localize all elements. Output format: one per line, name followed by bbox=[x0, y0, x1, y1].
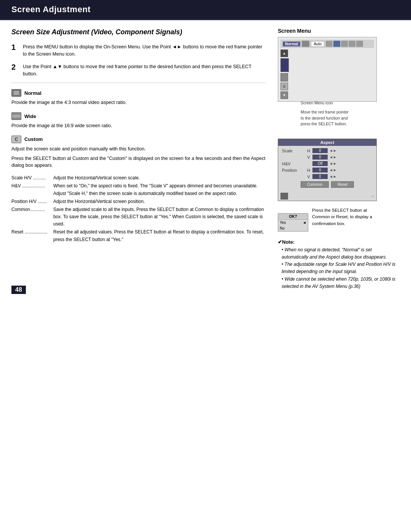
header-bar: Screen Adjustment bbox=[0, 0, 411, 19]
normal-description: Provide the image at the 4:3 normal vide… bbox=[11, 99, 266, 106]
detail-key-scale: Scale H/V .......... bbox=[11, 174, 53, 182]
sm-body: ▲ C ▼ bbox=[280, 50, 374, 99]
sm-screen-menu-icon-label: Screen Menu icon bbox=[301, 100, 400, 106]
sm-nav-wide bbox=[280, 73, 288, 81]
aspect-sub-pv: V bbox=[305, 174, 312, 179]
custom-icon-char: C bbox=[15, 137, 18, 142]
sm-auto-badge: Auto bbox=[311, 41, 324, 47]
aspect-val-hv: Off bbox=[312, 161, 328, 166]
section-title: Screen Size Adjustment (Video, Component… bbox=[11, 28, 266, 37]
detail-val-hv: When set to "On," the aspect ratio is fi… bbox=[53, 182, 266, 197]
ok-dialog: OK? Yes ◄ No bbox=[278, 213, 308, 232]
divider-1 bbox=[11, 83, 266, 83]
sm-content-area bbox=[291, 50, 374, 99]
custom-description-1: Adjust the screen scale and position man… bbox=[11, 145, 266, 153]
sm-nav-down: ▼ bbox=[280, 91, 288, 99]
screen-menu-mockup: Normal Auto ▲ bbox=[278, 37, 377, 102]
aspect-arrows-pos-h: ◄► bbox=[329, 168, 337, 172]
detail-key-reset: Reset .................. bbox=[11, 228, 53, 243]
detail-row-common: Common............ Save the adjusted sca… bbox=[11, 206, 266, 228]
svg-rect-3 bbox=[12, 115, 21, 118]
left-column: Screen Size Adjustment (Video, Component… bbox=[11, 28, 266, 290]
note-section: ✔Note: When no signal is detected, "Norm… bbox=[278, 238, 400, 290]
aspect-sub-v1: V bbox=[305, 155, 312, 160]
aspect-dialog-title: Aspect bbox=[278, 139, 376, 146]
sm-icon-2 bbox=[333, 41, 340, 47]
sm-icon-1 bbox=[326, 41, 333, 47]
detail-val-reset: Reset the all adjusted values. Press the… bbox=[53, 228, 266, 243]
ok-row-yes: Yes ◄ bbox=[278, 220, 308, 225]
sm-icon-placeholder bbox=[302, 41, 309, 47]
ok-no-label: No bbox=[280, 226, 306, 230]
aspect-row-pos-h: Position H 0 ◄► bbox=[282, 168, 373, 173]
aspect-val-scale-v: 0 bbox=[312, 155, 328, 160]
page-title: Screen Adjustment bbox=[11, 5, 91, 14]
sm-callout-text: Move the red frame pointerto the desired… bbox=[301, 109, 400, 127]
note-title: ✔Note: bbox=[278, 238, 400, 246]
sm-top-bar: Normal Auto bbox=[280, 40, 374, 48]
ok-dialog-wrapper: OK? Yes ◄ No Press the SELECT button at … bbox=[278, 207, 400, 232]
detail-val-scale: Adjust the Horizontal/Vertical screen sc… bbox=[53, 174, 266, 182]
step-1: 1 Press the MENU button to display the O… bbox=[11, 43, 266, 58]
ok-dialog-note: Press the SELECT button at Common or Res… bbox=[312, 207, 377, 227]
aspect-val-scale-h: 0 bbox=[312, 148, 328, 153]
page-number: 48 bbox=[11, 286, 26, 294]
aspect-bottom-icon bbox=[280, 193, 288, 200]
detail-row-position: Position H/V ....... Adjust the Horizont… bbox=[11, 198, 266, 205]
normal-item: Normal bbox=[11, 89, 266, 97]
aspect-sub-h1: H bbox=[305, 149, 312, 153]
aspect-arrows-hv: ◄► bbox=[329, 161, 337, 166]
aspect-val-pos-h: 0 bbox=[312, 168, 328, 173]
aspect-arrows-scale-h: ◄► bbox=[329, 149, 337, 153]
sm-icons-row bbox=[326, 41, 363, 47]
aspect-dialog: Aspect Scale H 0 ◄► V 0 ◄► bbox=[278, 139, 377, 201]
custom-description-2: Press the SELECT button at Custom and th… bbox=[11, 155, 266, 169]
note-item-1: When no signal is detected, "Normal" is … bbox=[282, 246, 400, 261]
custom-icon: C bbox=[11, 136, 21, 143]
note-item-2: The adjustable range for Scale H/V and P… bbox=[282, 261, 400, 275]
aspect-dialog-body: Scale H 0 ◄► V 0 ◄► H&V Off bbox=[278, 146, 376, 192]
wide-item: Wide bbox=[11, 112, 266, 120]
aspect-label-position: Position bbox=[282, 168, 305, 173]
detail-key-hv: H&V .................. bbox=[11, 182, 53, 197]
aspect-row-hv: H&V Off ◄► bbox=[282, 161, 373, 166]
right-column: Screen Menu Normal Auto bbox=[278, 28, 400, 290]
sm-annotation-area: Screen Menu icon Move the red frame poin… bbox=[301, 100, 400, 127]
detail-table: Scale H/V .......... Adjust the Horizont… bbox=[11, 174, 266, 243]
aspect-val-pos-v: 0 bbox=[312, 174, 328, 179]
aspect-row-scale-h: Scale H 0 ◄► bbox=[282, 148, 373, 153]
sm-nav-custom: C bbox=[280, 83, 288, 90]
sm-left-nav: ▲ C ▼ bbox=[280, 50, 289, 99]
sm-icon-3 bbox=[341, 41, 348, 47]
detail-key-common: Common............ bbox=[11, 206, 53, 228]
aspect-bottom-right: ⌐ bbox=[372, 194, 374, 198]
step-2-text: Use the Point ▲▼ buttons to move the red… bbox=[23, 63, 266, 78]
ok-yes-arrow: ◄ bbox=[303, 220, 306, 225]
common-button[interactable]: Common bbox=[301, 181, 329, 188]
detail-val-position: Adjust the Horizontal/Vertical screen po… bbox=[53, 198, 266, 205]
wide-icon bbox=[11, 112, 21, 120]
detail-row-reset: Reset .................. Reset the all a… bbox=[11, 228, 266, 243]
detail-val-common: Save the adjusted scale to all the input… bbox=[53, 206, 266, 228]
ok-dialog-title: OK? bbox=[278, 214, 308, 220]
step-2: 2 Use the Point ▲▼ buttons to move the r… bbox=[11, 63, 266, 78]
custom-label: Custom bbox=[24, 136, 43, 142]
ok-yes-label: Yes bbox=[280, 220, 303, 225]
detail-row-hv: H&V .................. When set to "On,"… bbox=[11, 182, 266, 197]
aspect-arrows-scale-v: ◄► bbox=[329, 155, 337, 159]
sm-nav-up: ▲ bbox=[280, 50, 288, 57]
aspect-sub-ph: H bbox=[305, 168, 312, 173]
aspect-btn-row: Common Reset bbox=[282, 181, 373, 188]
detail-row-scale: Scale H/V .......... Adjust the Horizont… bbox=[11, 174, 266, 182]
normal-label: Normal bbox=[24, 90, 41, 96]
wide-description: Provide the image at the 16:9 wide scree… bbox=[11, 122, 266, 129]
reset-button[interactable]: Reset bbox=[331, 181, 354, 188]
aspect-label-hv: H&V bbox=[282, 161, 305, 166]
sm-normal-badge: Normal bbox=[283, 42, 300, 46]
aspect-row-pos-v: V 0 ◄► bbox=[282, 174, 373, 179]
svg-rect-1 bbox=[14, 91, 19, 95]
step-1-number: 1 bbox=[11, 43, 19, 58]
screen-menu-label: Screen Menu bbox=[278, 28, 400, 34]
step-1-text: Press the MENU button to display the On-… bbox=[23, 43, 266, 58]
custom-item: C Custom bbox=[11, 136, 266, 143]
